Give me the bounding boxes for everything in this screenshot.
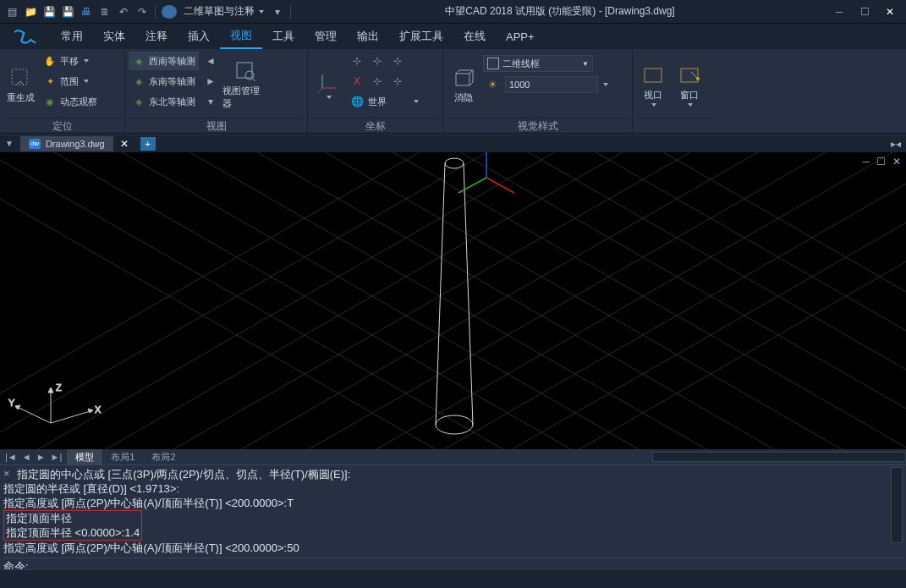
layout-last-icon[interactable]: ►| — [49, 452, 64, 462]
ucs-icon-5[interactable]: ⊹ — [388, 72, 407, 91]
qat-overflow-icon[interactable]: ▾ — [269, 3, 286, 20]
svg-line-20 — [372, 152, 906, 449]
view-more-icon[interactable]: ▾ — [201, 92, 220, 111]
redo-icon[interactable]: ↷ — [134, 3, 151, 20]
ne-iso-button[interactable]: ◈东北等轴测 — [129, 92, 199, 111]
panel-label: 坐标 — [311, 118, 439, 133]
panel-label: 视觉样式 — [447, 118, 629, 133]
se-iso-button[interactable]: ◈东南等轴测 — [129, 72, 199, 91]
sw-iso-button[interactable]: ◈西南等轴测 — [129, 52, 199, 70]
ucs-icon-1[interactable]: ⊹ — [348, 52, 366, 70]
ucs-x-icon[interactable]: X — [348, 72, 366, 91]
ucs-icon-3[interactable]: ⊹ — [388, 52, 407, 70]
close-button[interactable]: ✕ — [877, 3, 903, 20]
view-manager-button[interactable]: 视图管理器 — [222, 52, 268, 118]
ribbon-tab-3[interactable]: 插入 — [178, 24, 220, 49]
ribbon-tab-9[interactable]: 在线 — [453, 24, 496, 49]
visual-style-dropdown[interactable]: 二维线框▼ — [483, 55, 593, 72]
svg-line-28 — [169, 152, 846, 449]
doctab-overflow-icon[interactable]: ▸◂ — [891, 138, 901, 150]
plot-icon[interactable]: 🖶 — [78, 3, 95, 20]
ribbon-tab-2[interactable]: 注释 — [135, 24, 178, 49]
layout-scrollbar[interactable] — [652, 452, 906, 462]
open-icon[interactable]: 📁 — [22, 3, 39, 20]
orbit-button[interactable]: ◉动态观察 — [40, 92, 101, 111]
ribbon-tab-6[interactable]: 管理 — [305, 24, 347, 49]
view-close-icon[interactable]: ✕ — [892, 156, 901, 168]
svg-text:Z: Z — [56, 382, 62, 393]
regenerate-button[interactable]: 重生成 — [3, 52, 37, 118]
svg-line-41 — [458, 178, 486, 193]
svg-rect-10 — [681, 69, 698, 82]
doctab-close-button[interactable]: ✕ — [117, 138, 132, 150]
ribbon-tab-5[interactable]: 工具 — [262, 24, 305, 49]
svg-point-11 — [696, 77, 700, 80]
style-sun-icon[interactable]: ☀ — [483, 75, 502, 94]
ribbon-tab-0[interactable]: 常用 — [51, 24, 93, 49]
cmd-close-icon[interactable]: × — [3, 467, 17, 480]
app-logo[interactable] — [0, 24, 51, 49]
view-max-icon[interactable]: ☐ — [876, 156, 886, 168]
cmd-line: 指定顶面半径 <0.0000>:1.4 — [6, 526, 140, 539]
layout-tab-2[interactable]: 布局2 — [143, 449, 184, 464]
app-menu-icon[interactable]: ▤ — [3, 3, 20, 20]
maximize-button[interactable]: ☐ — [852, 3, 877, 20]
svg-line-13 — [0, 152, 575, 449]
svg-line-38 — [464, 163, 473, 425]
dwg-icon: dw — [29, 139, 41, 149]
layout-prev-icon[interactable]: ◄ — [20, 452, 33, 462]
cmd-prompt[interactable]: 命令: — [3, 558, 903, 569]
ucs-icon-4[interactable]: ⊹ — [368, 72, 387, 91]
ribbon-tab-7[interactable]: 输出 — [347, 24, 389, 49]
command-window[interactable]: × 指定圆的中心点或 [三点(3P)/两点(2P)/切点、切点、半径(T)/椭圆… — [0, 464, 906, 569]
cmd-line: 指定顶面半径 — [6, 512, 72, 525]
layout-tab-1[interactable]: 布局1 — [102, 449, 143, 464]
preview-icon[interactable]: 🗎 — [96, 3, 113, 20]
viewport-button[interactable]: 视口 — [636, 52, 670, 118]
hide-button[interactable]: 消隐 — [447, 52, 480, 118]
doctab-menu-icon[interactable]: ▼ — [5, 139, 14, 148]
drawing-canvas[interactable]: Z X Y ─ ☐ ✕ — [0, 152, 906, 449]
svg-rect-1 — [237, 63, 252, 78]
svg-line-29 — [237, 152, 906, 449]
pan-button[interactable]: ✋平移 — [40, 52, 101, 70]
svg-line-39 — [486, 178, 514, 193]
ribbon-tab-1[interactable]: 实体 — [93, 24, 135, 49]
cmd-line: 指定圆的中心点或 [三点(3P)/两点(2P)/切点、切点、半径(T)/椭圆(E… — [3, 467, 903, 481]
view-next-icon[interactable]: ► — [201, 72, 220, 91]
panel-label: 视图 — [129, 118, 304, 133]
svg-line-18 — [237, 152, 906, 449]
ribbon-tab-8[interactable]: 扩展工具 — [389, 24, 453, 49]
layout-next-icon[interactable]: ► — [35, 452, 47, 462]
svg-line-3 — [252, 78, 255, 81]
ribbon-tab-10[interactable]: APP+ — [496, 24, 545, 49]
layout-tab-0[interactable]: 模型 — [67, 449, 102, 464]
ucs-button[interactable] — [311, 52, 345, 118]
svg-text:Y: Y — [8, 398, 15, 408]
world-label: 世界 — [368, 96, 387, 108]
status-bar — [0, 569, 906, 588]
range-button[interactable]: ✦范围 — [40, 72, 101, 91]
svg-point-35 — [445, 158, 464, 168]
world-icon[interactable]: 🌐 — [348, 92, 366, 111]
cmd-line: 指定高度或 [两点(2P)/中心轴(A)/顶面半径(T)] <200.0000>… — [3, 541, 903, 555]
save-icon[interactable]: 💾 — [41, 3, 58, 20]
document-tab[interactable]: dw Drawing3.dwg — [20, 136, 113, 151]
window-button[interactable]: 窗口 — [673, 52, 706, 118]
svg-line-8 — [469, 70, 473, 74]
cmd-scrollbar[interactable] — [891, 467, 903, 543]
minimize-button[interactable]: ─ — [826, 3, 852, 20]
style-number-input[interactable] — [505, 76, 598, 93]
save-as-icon[interactable]: 💾 — [59, 3, 76, 20]
view-prev-icon[interactable]: ◄ — [201, 52, 220, 70]
workspace-ball-icon[interactable] — [162, 5, 177, 19]
ribbon-tab-4[interactable]: 视图 — [220, 24, 262, 49]
panel-label: 定位 — [3, 118, 121, 133]
doctab-add-button[interactable]: + — [140, 137, 156, 151]
svg-line-34 — [575, 152, 906, 449]
undo-icon[interactable]: ↶ — [115, 3, 132, 20]
ucs-icon-2[interactable]: ⊹ — [368, 52, 387, 70]
workspace-selector[interactable]: 二维草图与注释 — [180, 4, 267, 19]
view-min-icon[interactable]: ─ — [862, 156, 870, 168]
layout-first-icon[interactable]: |◄ — [3, 452, 19, 462]
